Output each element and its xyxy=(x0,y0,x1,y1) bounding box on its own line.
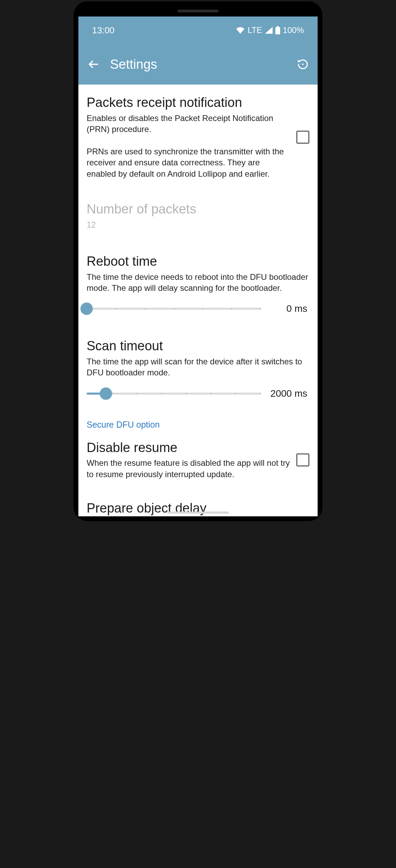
settings-list[interactable]: Packets receipt notification Enables or … xyxy=(78,85,318,516)
battery-icon xyxy=(275,26,280,34)
signal-icon xyxy=(265,27,273,34)
reboot-value: 0 ms xyxy=(270,303,307,314)
status-right: LTE 100% xyxy=(236,25,304,35)
back-icon[interactable] xyxy=(87,58,100,70)
restore-icon[interactable] xyxy=(297,58,309,70)
reboot-slider[interactable] xyxy=(87,303,261,315)
scan-slider[interactable] xyxy=(87,387,261,400)
setting-value: 12 xyxy=(87,219,309,230)
network-label: LTE xyxy=(248,25,262,35)
setting-title: Prepare object delay xyxy=(87,501,309,516)
wifi-icon xyxy=(236,27,245,34)
home-indicator[interactable] xyxy=(167,512,229,514)
phone-speaker xyxy=(177,10,219,12)
setting-reboot-time: Reboot time The time the device needs to… xyxy=(87,237,309,321)
screen: 13:00 LTE 100% Settings xyxy=(78,17,318,516)
section-header-secure-dfu: Secure DFU option xyxy=(87,406,309,432)
setting-title: Packets receipt notification xyxy=(87,95,290,111)
setting-prn[interactable]: Packets receipt notification Enables or … xyxy=(87,85,309,186)
svg-rect-0 xyxy=(277,26,279,27)
prn-checkbox[interactable] xyxy=(296,131,309,144)
svg-rect-1 xyxy=(275,27,280,34)
svg-point-2 xyxy=(302,64,304,65)
setting-desc: Enables or disables the Packet Receipt N… xyxy=(87,113,290,179)
status-time: 13:00 xyxy=(92,25,114,36)
scan-value: 2000 ms xyxy=(270,388,307,399)
setting-desc: The time the app will scan for the devic… xyxy=(87,356,309,378)
page-title: Settings xyxy=(110,57,287,72)
setting-disable-resume[interactable]: Disable resume When the resume feature i… xyxy=(87,432,309,486)
setting-scan-timeout: Scan timeout The time the app will scan … xyxy=(87,321,309,406)
setting-title: Number of packets xyxy=(87,201,309,217)
phone-frame: 13:00 LTE 100% Settings xyxy=(74,1,322,521)
setting-title: Scan timeout xyxy=(87,338,309,354)
battery-label: 100% xyxy=(283,25,304,35)
setting-title: Disable resume xyxy=(87,440,290,456)
setting-title: Reboot time xyxy=(87,254,309,270)
setting-num-packets: Number of packets 12 xyxy=(87,186,309,237)
app-bar: Settings xyxy=(78,44,318,85)
setting-desc: The time the device needs to reboot into… xyxy=(87,272,309,294)
setting-desc: When the resume feature is disabled the … xyxy=(87,458,290,480)
status-bar: 13:00 LTE 100% xyxy=(78,17,318,44)
disable-resume-checkbox[interactable] xyxy=(296,453,309,466)
